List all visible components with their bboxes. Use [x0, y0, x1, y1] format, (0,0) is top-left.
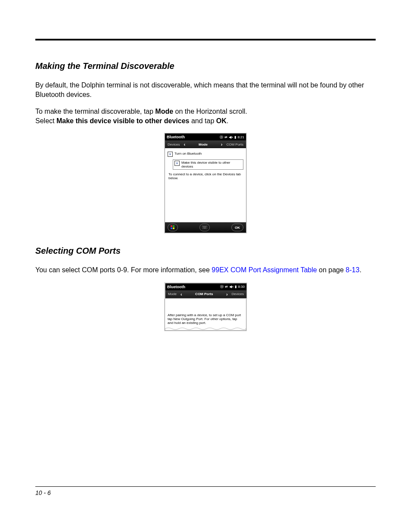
shot2-tab-center[interactable]: COM Ports — [193, 292, 215, 296]
input-mode-icon: ⓐ — [220, 135, 223, 140]
svg-rect-2 — [171, 227, 172, 229]
checkbox-turn-on-bluetooth[interactable]: × — [168, 152, 173, 157]
shot1-tab-right[interactable]: COM Ports — [224, 143, 246, 146]
shot1-time: 8:21 — [237, 135, 244, 139]
shot2-titlebar: Bluetooth ⓐ ⇄ ◀× ▮ 8:30 — [165, 283, 246, 290]
paragraph-default: By default, the Dolphin terminal is not … — [35, 81, 376, 99]
shot1-hint: To connect to a device, click on the Dev… — [168, 172, 243, 180]
page-number: 10 - 6 — [35, 489, 51, 496]
chevron-right-icon[interactable]: › — [225, 292, 229, 297]
paragraph-instructions: To make the terminal discoverable, tap M… — [35, 107, 376, 125]
battery-icon: ▮ — [235, 285, 237, 289]
connectivity-icon: ⇄ — [224, 135, 227, 139]
text: You can select COM ports 0-9. For more i… — [35, 266, 212, 274]
connectivity-icon: ⇄ — [225, 285, 228, 289]
torn-edge-icon — [165, 327, 246, 330]
volume-icon: ◀× — [229, 135, 234, 139]
bold-ok: OK — [216, 117, 227, 124]
footer-rule — [35, 486, 376, 487]
start-button[interactable] — [168, 224, 178, 231]
shot2-tab-left[interactable]: Mode — [165, 292, 179, 296]
keyboard-button[interactable] — [199, 224, 210, 231]
shot2-title: Bluetooth — [167, 285, 185, 289]
shot1-content: × Turn on Bluetooth × Make this device v… — [165, 148, 246, 222]
svg-rect-0 — [171, 225, 172, 227]
text: on the Horizontal scroll. — [173, 108, 247, 115]
svg-rect-1 — [173, 225, 174, 227]
label-turn-on-bluetooth: Turn on Bluetooth — [174, 152, 202, 156]
text: on page — [317, 266, 346, 274]
bold-make-visible: Make this device visible to other device… — [56, 117, 190, 124]
shot2-horizontal-scroll: Mode ‹ COM Ports › Devices — [165, 290, 246, 298]
shot1-row-visible: × Make this device visible to other devi… — [173, 159, 243, 170]
top-rule — [35, 39, 376, 40]
heading-selecting-com-ports: Selecting COM Ports — [35, 246, 376, 256]
heading-making-discoverable: Making the Terminal Discoverable — [35, 61, 376, 71]
battery-icon: ▮ — [234, 135, 236, 139]
shot1-titlebar: Bluetooth ⓐ ⇄ ◀× ▮ 8:21 — [165, 134, 246, 140]
text: To make the terminal discoverable, tap — [35, 108, 155, 115]
shot2-message: After pairing with a device, to set up a… — [168, 313, 241, 325]
chevron-right-icon[interactable]: › — [220, 142, 224, 147]
shot2-content: After pairing with a device, to set up a… — [165, 311, 246, 330]
shot1-title: Bluetooth — [167, 135, 185, 139]
bold-mode: Mode — [155, 108, 173, 115]
text: Select — [35, 117, 56, 124]
screenshot-com-ports: Bluetooth ⓐ ⇄ ◀× ▮ 8:30 Mode ‹ COM Ports… — [165, 283, 246, 331]
text: and tap — [190, 117, 216, 124]
text: . — [359, 266, 361, 274]
shot1-row-bluetooth: × Turn on Bluetooth — [168, 152, 243, 157]
label-make-visible: Make this device visible to other device… — [181, 161, 242, 168]
paragraph-com-ports: You can select COM ports 0-9. For more i… — [35, 265, 376, 275]
checkbox-make-visible[interactable]: × — [174, 161, 180, 166]
link-page-8-13[interactable]: 8-13 — [346, 266, 359, 274]
shot1-tab-center[interactable]: Mode — [196, 143, 210, 146]
shot1-tab-left[interactable]: Devices — [165, 143, 182, 146]
chevron-left-icon[interactable]: ‹ — [179, 292, 184, 297]
keyboard-icon — [202, 226, 207, 229]
chevron-left-icon[interactable]: ‹ — [182, 142, 187, 147]
shot1-softbar: OK — [165, 222, 246, 233]
svg-rect-3 — [173, 227, 174, 229]
link-com-port-table[interactable]: 99EX COM Port Assignment Table — [212, 266, 317, 274]
shot2-time: 8:30 — [238, 285, 245, 289]
input-mode-icon: ⓐ — [220, 284, 224, 289]
ok-button[interactable]: OK — [231, 224, 243, 231]
windows-icon — [171, 225, 175, 230]
shot2-tab-right[interactable]: Devices — [229, 292, 246, 296]
volume-icon: ◀× — [229, 285, 234, 289]
text: . — [227, 117, 228, 124]
screenshot-mode: Bluetooth ⓐ ⇄ ◀× ▮ 8:21 Devices ‹ Mode ›… — [165, 133, 246, 233]
shot1-horizontal-scroll: Devices ‹ Mode › COM Ports — [165, 140, 246, 148]
